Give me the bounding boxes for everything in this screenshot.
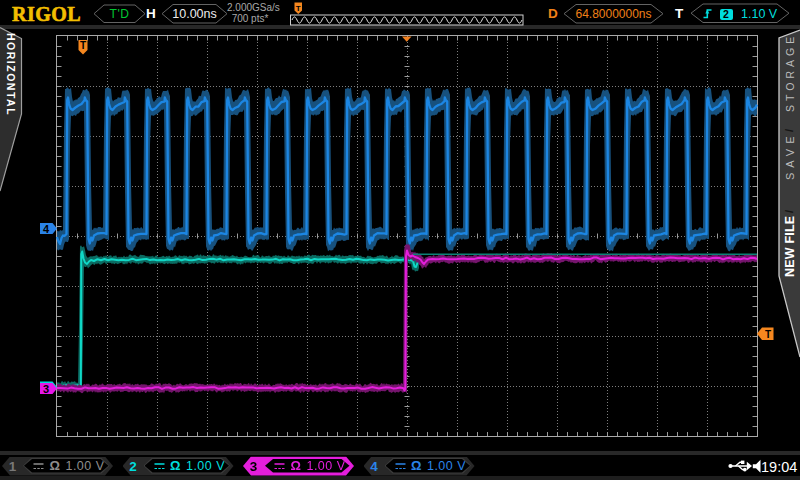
- svg-text:3: 3: [43, 383, 49, 395]
- svg-text:T: T: [80, 40, 86, 51]
- svg-text:4: 4: [43, 223, 50, 235]
- svg-text:T: T: [296, 4, 301, 13]
- svg-text:T: T: [765, 329, 771, 340]
